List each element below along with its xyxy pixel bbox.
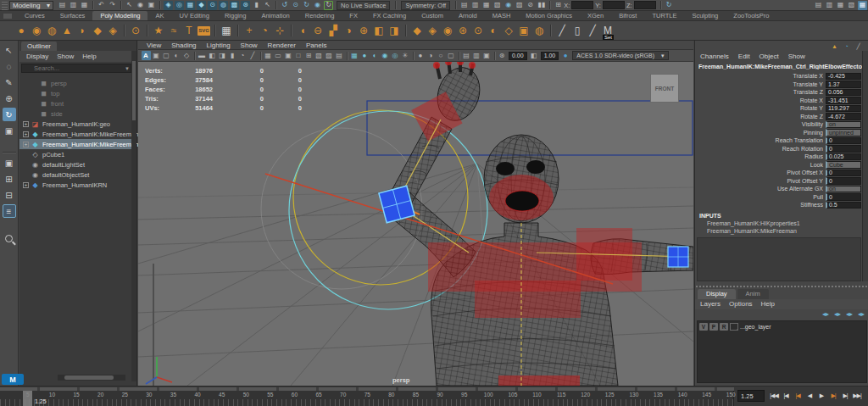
- shelf-tab[interactable]: TURTLE: [644, 11, 684, 20]
- channel-label[interactable]: Look: [810, 162, 823, 168]
- channel-label[interactable]: Visibility: [802, 121, 823, 127]
- viewport-toolbar-icon[interactable]: [411, 51, 415, 60]
- workspace-icon[interactable]: ▦: [836, 1, 845, 10]
- sync-icon[interactable]: ↻: [665, 1, 674, 10]
- status-icon[interactable]: ◎: [175, 1, 184, 10]
- layer-toolbar-icon[interactable]: ◂▸: [834, 310, 841, 318]
- render-icon[interactable]: ◉: [504, 1, 513, 10]
- status-icon[interactable]: ◆: [197, 1, 206, 10]
- layer-toolbar-icon[interactable]: ◂▸: [846, 310, 853, 318]
- viewport-toolbar-icon[interactable]: ⊞: [304, 51, 314, 60]
- shelf-icon[interactable]: [235, 24, 241, 37]
- outliner-title-tab[interactable]: Outliner: [21, 42, 57, 51]
- status-icon[interactable]: ▮: [252, 1, 261, 10]
- viewport-toolbar-icon[interactable]: ○: [437, 51, 446, 60]
- render-icon[interactable]: ▦: [481, 1, 491, 10]
- shelf-icon[interactable]: ◔: [258, 24, 271, 37]
- shelf-icon[interactable]: ◍: [45, 24, 58, 37]
- z-input[interactable]: [634, 1, 656, 9]
- viewport-toolbar-icon[interactable]: ▦: [264, 51, 273, 60]
- outliner-item[interactable]: + ◆ Freeman_HumanIK:MikeFreeman_Ref: [19, 129, 132, 139]
- channel-value-field[interactable]: 0.5: [826, 202, 861, 209]
- shelf-icon[interactable]: [288, 24, 294, 37]
- viewport-toolbar-icon[interactable]: ◇: [182, 51, 192, 60]
- current-frame-field[interactable]: 1.25: [737, 390, 765, 402]
- viewport-toolbar-icon[interactable]: □: [294, 51, 303, 60]
- outliner-item[interactable]: + ◪ Freeman_HumanIK:geo: [19, 119, 132, 129]
- shelf-icon[interactable]: ▲: [60, 24, 74, 37]
- channel-value-field[interactable]: 0.056: [826, 89, 861, 97]
- viewport-toolbar-icon[interactable]: ◑: [426, 51, 436, 60]
- expand-toggle-icon[interactable]: +: [23, 182, 29, 188]
- layer-editor-tab[interactable]: Anim: [737, 289, 769, 299]
- outliner-menu-item[interactable]: Show: [57, 53, 74, 60]
- y-input[interactable]: [603, 1, 625, 9]
- channel-label[interactable]: Radius: [804, 153, 823, 159]
- viewport-toolbar-icon[interactable]: [492, 51, 497, 60]
- outliner-item[interactable]: + ◼ front: [19, 98, 132, 108]
- channel-label[interactable]: Pull: [813, 194, 823, 200]
- status-icon[interactable]: ↺: [280, 1, 289, 10]
- shelf-tab[interactable]: Rigging: [217, 11, 253, 20]
- playback-button[interactable]: |◀: [792, 389, 804, 403]
- shelf-tab[interactable]: Bifrost: [611, 11, 644, 20]
- playback-button[interactable]: ◀: [804, 389, 815, 403]
- channel-label[interactable]: Rotate Z: [800, 114, 823, 120]
- tool-button[interactable]: ✎: [3, 75, 16, 89]
- gamma-field[interactable]: 1.00: [541, 52, 559, 60]
- viewport-toolbar-icon[interactable]: A: [142, 51, 151, 60]
- shelf-tab[interactable]: Surfaces: [53, 11, 93, 20]
- viewport-toolbar-icon[interactable]: ◎: [391, 51, 400, 60]
- layer-editor-menu-item[interactable]: Options: [729, 300, 753, 309]
- channel-value-field[interactable]: -31.451: [826, 97, 861, 104]
- workspace-icon[interactable]: ▤: [814, 1, 823, 10]
- absolute-transform-icon[interactable]: ⊞: [554, 1, 563, 10]
- shelf-icon[interactable]: ◑: [342, 24, 355, 37]
- shelf-icon[interactable]: ◨: [387, 24, 401, 37]
- status-line-grip[interactable]: [2, 1, 8, 10]
- render-icon[interactable]: ⊘: [526, 1, 535, 10]
- status-icon[interactable]: ▥: [69, 1, 78, 10]
- viewport-toolbar-icon[interactable]: ◐: [172, 51, 181, 60]
- layer-visibility-toggle[interactable]: V: [699, 323, 708, 331]
- expand-toggle-icon[interactable]: +: [23, 131, 29, 137]
- status-icon[interactable]: [274, 1, 278, 10]
- layer-name[interactable]: ...geo_layer: [740, 324, 771, 330]
- channel-value-field[interactable]: -0.425: [826, 73, 861, 81]
- shelf-icon[interactable]: ◇: [502, 24, 515, 37]
- channel-value-field[interactable]: Cube: [826, 161, 861, 169]
- wrist-effector-cube[interactable]: [668, 247, 688, 267]
- selected-node-name[interactable]: Freeman_HumanIK:MikeFreeman_Ctrl_RightEl…: [698, 64, 865, 70]
- viewport-toolbar-icon[interactable]: [192, 51, 197, 60]
- viewport-toolbar-icon[interactable]: [345, 51, 349, 60]
- panel-switch-icon[interactable]: ◔: [843, 42, 850, 50]
- shelf-tab[interactable]: FX: [342, 11, 365, 20]
- viewport-toolbar-icon[interactable]: ╱: [248, 51, 258, 60]
- channel-label[interactable]: Use Alternate GX: [777, 186, 823, 192]
- search-filter-chevron-icon[interactable]: ▼: [125, 66, 130, 71]
- channel-value-field[interactable]: 0: [826, 193, 861, 201]
- status-icon[interactable]: ◉: [313, 1, 322, 10]
- shelf-icon[interactable]: [548, 24, 554, 37]
- status-icon[interactable]: ↻: [302, 1, 311, 10]
- shelf-icon[interactable]: ◧: [372, 24, 386, 37]
- layer-color-swatch[interactable]: [730, 323, 738, 331]
- outliner-item[interactable]: + ◼ side: [19, 108, 132, 119]
- layout-button[interactable]: ⊟: [3, 188, 16, 202]
- channel-value-field[interactable]: 119.297: [826, 105, 861, 113]
- outliner-item[interactable]: + ◼ persp: [19, 78, 132, 88]
- outliner-menu-item[interactable]: Help: [82, 53, 96, 60]
- no-live-surface-box[interactable]: No Live Surface: [337, 1, 390, 10]
- channel-label[interactable]: Pivot Offset Y: [787, 178, 823, 184]
- shelf-tab[interactable]: XGen: [580, 11, 611, 20]
- viewport-toolbar-icon[interactable]: ▬: [198, 51, 207, 60]
- shelf-icon[interactable]: [144, 24, 150, 37]
- shelf-icon[interactable]: ≈: [167, 24, 181, 37]
- status-icon[interactable]: ◉: [136, 1, 145, 10]
- shelf-icon[interactable]: ◍: [532, 24, 546, 37]
- viewport-menu-item[interactable]: View: [147, 42, 161, 48]
- shelf-icon[interactable]: ◆: [91, 24, 104, 37]
- status-icon[interactable]: ◈: [164, 1, 173, 10]
- viewport-toolbar-icon[interactable]: ▧: [314, 51, 324, 60]
- channel-box-menu-item[interactable]: Show: [788, 53, 805, 60]
